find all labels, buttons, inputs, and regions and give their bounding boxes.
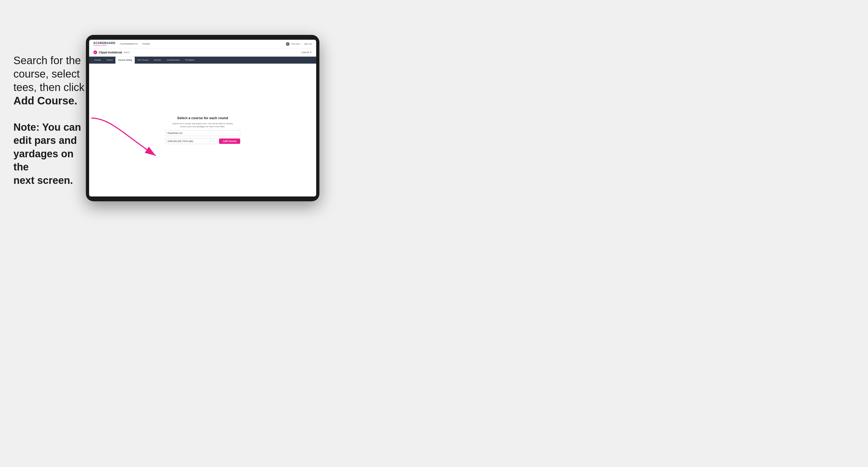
add-course-button[interactable]: Add Course [219,138,240,144]
tablet-device: SCOREBOARD Powered by clippd TOURNAMENTS… [86,35,319,201]
nav-divider: | [302,43,302,45]
tab-teams[interactable]: Teams [103,57,116,64]
logo-area: SCOREBOARD Powered by clippd [93,41,116,46]
logo-title: SCOREBOARD [93,41,116,44]
annotation-text-1: Search for thecourse, selecttees, then c… [13,54,89,107]
section-description: Search for a course and select a tee. Yo… [172,122,233,128]
tab-course-setup[interactable]: Course Setup [116,57,135,64]
annotation-bold: Add Course. [13,95,77,106]
tab-results[interactable]: Results [151,57,164,64]
tablet-screen: SCOREBOARD Powered by clippd TOURNAMENTS… [89,40,316,196]
tee-select-value: Gold (M) (M) (7010 yds) [167,140,193,143]
tournament-title-row: C Clippd Invitational (Men) [93,51,130,54]
cancel-button[interactable]: Cancel ✕ [302,51,312,54]
tournament-name: Clippd Invitational [99,51,122,54]
nav-teams[interactable]: TEAMS [142,43,150,45]
chevron-icon: ⌃⌄ [212,140,215,142]
sign-out-link[interactable]: Sign out [304,43,312,45]
logo-subtitle: Powered by clippd [93,44,116,46]
top-navigation: SCOREBOARD Powered by clippd TOURNAMENTS… [89,40,316,48]
clear-icon[interactable]: ✕ [210,140,211,142]
tee-select-dropdown[interactable]: Gold (M) (M) (7010 yds) ✕ ⌃⌄ [165,138,217,144]
nav-left: SCOREBOARD Powered by clippd TOURNAMENTS… [93,41,150,46]
nav-links: TOURNAMENTS TEAMS [120,43,150,45]
course-search-input[interactable] [165,130,240,136]
user-name: Test User [291,43,300,45]
tab-leaderboards[interactable]: Leaderboards [164,57,182,64]
tournament-logo: C [93,51,97,54]
tournament-tag: (Men) [124,51,130,54]
tab-tee-groups[interactable]: Tee Groups [135,57,151,64]
tab-details[interactable]: Details [92,57,103,64]
tee-selection-row: Gold (M) (M) (7010 yds) ✕ ⌃⌄ Add Course [165,138,240,144]
cancel-x-icon: ✕ [310,51,312,54]
main-content: Select a course for each round Search fo… [89,64,316,196]
nav-right: T Test User | Sign out [286,42,312,46]
section-title: Select a course for each round [177,116,228,120]
sub-navigation: Details Teams Course Setup Tee Groups Re… [89,57,316,64]
user-avatar: T [286,42,289,46]
nav-tournaments[interactable]: TOURNAMENTS [120,43,138,45]
course-section: Select a course for each round Search fo… [165,116,240,144]
tournament-header: C Clippd Invitational (Men) Cancel ✕ [89,48,316,57]
tee-select-icons: ✕ ⌃⌄ [210,140,215,142]
left-annotation-panel: Search for thecourse, selecttees, then c… [13,54,89,187]
tab-printables[interactable]: Printables [182,57,197,64]
annotation-text-2: Note: You can edit pars and yardages on … [13,121,89,187]
